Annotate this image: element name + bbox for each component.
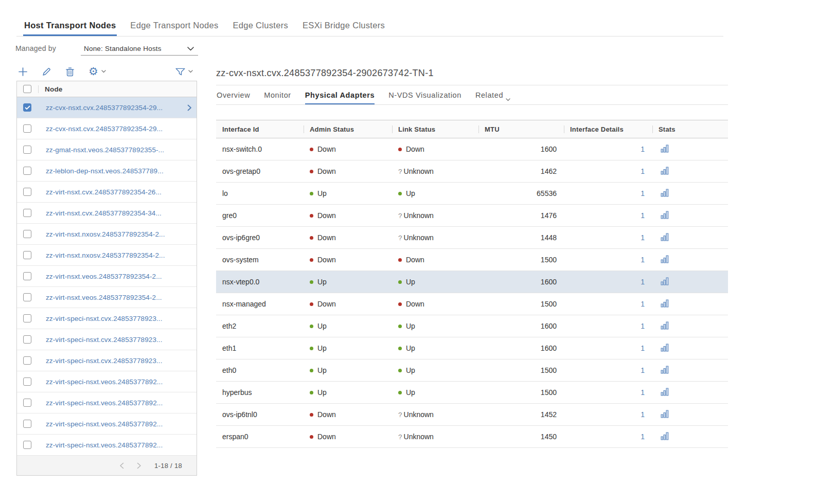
bar-chart-icon[interactable] — [661, 189, 669, 199]
node-link[interactable]: zz-virt-speci-nsxt.veos.2485377892... — [46, 378, 163, 386]
node-checkbox[interactable] — [23, 124, 31, 133]
node-list-item[interactable]: zz-virt-nsxt.veos.2485377892354-2... — [17, 287, 197, 308]
node-link[interactable]: zz-virt-nsxt.nxosv.2485377892354-2... — [46, 230, 165, 238]
node-link[interactable]: zz-cvx-nsxt.cvx.2485377892354-29... — [46, 125, 163, 133]
node-list-item[interactable]: zz-virt-nsxt.cvx.2485377892354-34... — [17, 203, 197, 224]
node-checkbox[interactable] — [23, 293, 31, 301]
edit-node-button[interactable] — [42, 67, 51, 77]
node-checkbox[interactable] — [23, 230, 31, 238]
interface-details-link[interactable]: 1 — [641, 366, 645, 374]
bar-chart-icon[interactable] — [661, 410, 669, 420]
node-checkbox[interactable] — [23, 167, 31, 175]
node-link[interactable]: zz-leblon-dep-nsxt.veos.248537789... — [46, 167, 164, 175]
table-row[interactable]: erspan0Down?Unknown14501 — [216, 426, 728, 448]
table-row[interactable]: ovs-ip6gre0Down?Unknown14481 — [216, 227, 728, 249]
interface-details-link[interactable]: 1 — [641, 300, 645, 308]
node-list-item[interactable]: zz-virt-speci-nsxt.cvx.24853778923... — [17, 329, 197, 350]
bar-chart-icon[interactable] — [661, 233, 669, 243]
node-checkbox[interactable] — [23, 103, 31, 112]
table-row[interactable]: ovs-ip6tnl0Down?Unknown14521 — [216, 404, 728, 426]
actions-menu-button[interactable]: ⚙ — [88, 66, 106, 77]
node-list-item[interactable]: zz-virt-speci-nsxt.veos.2485377892... — [17, 435, 197, 456]
node-list-item[interactable]: zz-virt-speci-nsxt.cvx.24853778923... — [17, 308, 197, 329]
table-row[interactable]: ovs-gretap0Down?Unknown14621 — [216, 160, 728, 183]
node-link[interactable]: zz-virt-speci-nsxt.cvx.24853778923... — [46, 315, 163, 322]
node-checkbox[interactable] — [23, 399, 31, 407]
node-checkbox[interactable] — [23, 209, 31, 217]
detail-tab-physical-adapters[interactable]: Physical Adapters — [305, 91, 375, 105]
node-list-item[interactable]: zz-virt-nsxt.veos.2485377892354-2... — [17, 266, 197, 287]
node-link[interactable]: zz-virt-nsxt.cvx.2485377892354-34... — [46, 209, 162, 217]
bar-chart-icon[interactable] — [661, 366, 669, 375]
interface-details-link[interactable]: 1 — [641, 278, 645, 286]
bar-chart-icon[interactable] — [661, 145, 669, 154]
detail-tab-n-vds-visualization[interactable]: N-VDS Visualization — [388, 91, 461, 105]
node-list-item[interactable]: zz-virt-speci-nsxt.veos.2485377892... — [17, 392, 197, 413]
node-checkbox[interactable] — [23, 188, 31, 196]
node-checkbox[interactable] — [23, 146, 31, 154]
bar-chart-icon[interactable] — [661, 321, 669, 331]
detail-tab-related[interactable]: Related — [475, 91, 510, 105]
interface-details-link[interactable]: 1 — [641, 145, 645, 153]
node-list-item[interactable]: zz-virt-speci-nsxt.veos.2485377892... — [17, 413, 197, 435]
table-row[interactable]: eth1UpUp16001 — [216, 337, 728, 359]
select-all-checkbox[interactable] — [23, 85, 31, 93]
node-list-item[interactable]: zz-virt-speci-nsxt.cvx.24853778923... — [17, 350, 197, 371]
prev-page-button[interactable] — [119, 462, 124, 469]
bar-chart-icon[interactable] — [661, 344, 669, 353]
column-header-interface-id[interactable]: Interface Id — [216, 120, 304, 138]
bar-chart-icon[interactable] — [661, 211, 669, 221]
node-link[interactable]: zz-cvx-nsxt.cvx.2485377892354-29... — [46, 104, 163, 112]
delete-node-button[interactable] — [65, 67, 75, 77]
node-list-item[interactable]: zz-virt-nsxt.nxosv.2485377892354-2... — [17, 224, 197, 245]
bar-chart-icon[interactable] — [661, 277, 669, 287]
table-row[interactable]: nsx-managedDownDown15001 — [216, 293, 728, 315]
column-header-link-status[interactable]: Link Status — [392, 120, 478, 138]
table-row[interactable]: gre0Down?Unknown14761 — [216, 205, 728, 227]
interface-details-link[interactable]: 1 — [641, 211, 645, 220]
bar-chart-icon[interactable] — [661, 167, 669, 176]
bar-chart-icon[interactable] — [661, 388, 669, 398]
node-list-item[interactable]: zz-virt-nsxt.cvx.2485377892354-26... — [17, 182, 197, 203]
node-link[interactable]: zz-virt-nsxt.veos.2485377892354-2... — [46, 294, 162, 301]
managed-by-select[interactable]: None: Standalone Hosts — [81, 42, 198, 56]
node-list-item[interactable]: zz-gmat-nsxt.veos.2485377892355-... — [17, 139, 197, 160]
interface-details-link[interactable]: 1 — [641, 189, 645, 197]
node-checkbox[interactable] — [23, 272, 31, 280]
node-link[interactable]: zz-virt-nsxt.cvx.2485377892354-26... — [46, 188, 162, 196]
node-link[interactable]: zz-virt-nsxt.veos.2485377892354-2... — [46, 273, 162, 280]
table-row[interactable]: ovs-systemDownDown15001 — [216, 249, 728, 271]
bar-chart-icon[interactable] — [661, 299, 669, 309]
top-tab-host-transport-nodes[interactable]: Host Transport Nodes — [23, 21, 117, 37]
node-link[interactable]: zz-gmat-nsxt.veos.2485377892355-... — [46, 146, 164, 154]
detail-tab-overview[interactable]: Overview — [217, 91, 250, 105]
bar-chart-icon[interactable] — [661, 432, 669, 442]
node-checkbox[interactable] — [23, 420, 31, 428]
bar-chart-icon[interactable] — [661, 255, 669, 265]
node-list-item[interactable]: zz-virt-nsxt.nxosv.2485377892354-2... — [17, 245, 197, 266]
node-checkbox[interactable] — [23, 356, 31, 365]
detail-tab-monitor[interactable]: Monitor — [264, 91, 291, 105]
column-header-mtu[interactable]: MTU — [478, 120, 564, 138]
node-list-item[interactable]: zz-cvx-nsxt.cvx.2485377892354-29... — [17, 118, 197, 139]
column-header-admin-status[interactable]: Admin Status — [304, 120, 392, 138]
node-link[interactable]: zz-virt-speci-nsxt.veos.2485377892... — [46, 399, 163, 407]
interface-details-link[interactable]: 1 — [641, 167, 645, 175]
table-row[interactable]: nsx-switch.0DownDown16001 — [216, 138, 728, 160]
node-checkbox[interactable] — [23, 441, 31, 449]
node-checkbox[interactable] — [23, 314, 31, 322]
interface-details-link[interactable]: 1 — [641, 256, 645, 264]
interface-details-link[interactable]: 1 — [641, 410, 645, 419]
top-tab-edge-transport-nodes[interactable]: Edge Transport Nodes — [129, 21, 219, 37]
node-checkbox[interactable] — [23, 335, 31, 344]
table-row[interactable]: eth0UpUp15001 — [216, 359, 728, 382]
node-list-item[interactable]: zz-cvx-nsxt.cvx.2485377892354-29... — [17, 97, 197, 118]
add-node-button[interactable] — [18, 67, 28, 77]
interface-details-link[interactable]: 1 — [641, 233, 645, 242]
node-checkbox[interactable] — [23, 377, 31, 386]
table-row[interactable]: nsx-vtep0.0UpUp16001 — [216, 271, 728, 293]
top-tab-edge-clusters[interactable]: Edge Clusters — [232, 21, 289, 37]
table-row[interactable]: eth2UpUp16001 — [216, 315, 728, 337]
column-header-stats[interactable]: Stats — [652, 120, 728, 138]
node-list-item[interactable]: zz-virt-speci-nsxt.veos.2485377892... — [17, 371, 197, 392]
